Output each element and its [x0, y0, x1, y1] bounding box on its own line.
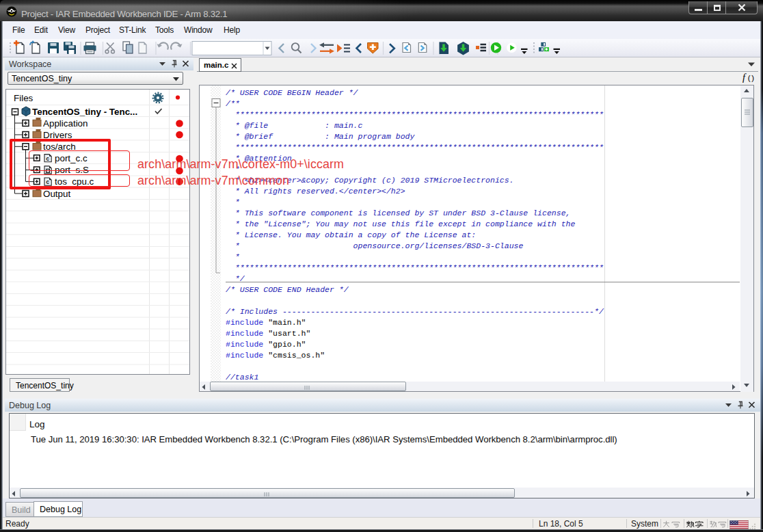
svg-text:Output: Output	[43, 189, 70, 199]
svg-text:Application: Application	[43, 118, 88, 129]
svg-text:Files: Files	[14, 93, 34, 103]
svg-text:TencentOS_tiny - Tenc...: TencentOS_tiny - Tenc...	[32, 107, 137, 117]
